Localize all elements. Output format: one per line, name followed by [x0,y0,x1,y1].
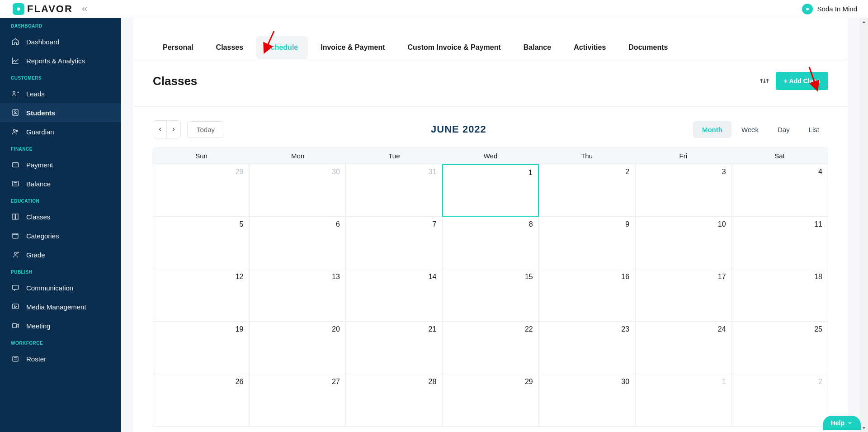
roster-icon [11,354,20,363]
content-card: PersonalClassesScheduleInvoice & Payment… [133,18,848,432]
sidebar-item-students[interactable]: Students [0,103,121,122]
sidebar-section-workforce: WORKFORCE [0,335,121,349]
meet-icon [11,321,20,330]
tab-invoice-payment[interactable]: Invoice & Payment [311,36,395,59]
calendar-cell[interactable]: 13 [249,269,345,322]
tab-schedule[interactable]: Schedule [256,36,308,59]
calendar-cell[interactable]: 20 [249,322,345,374]
calendar-cell[interactable]: 15 [442,269,538,322]
calendar-cell[interactable]: 18 [732,269,828,322]
toolbar-left: Today [153,120,224,138]
tab-custom-invoice-payment[interactable]: Custom Invoice & Payment [398,36,511,59]
sidebar-item-label: Dashboard [26,38,59,46]
sidebar-item-label: Media Management [26,303,86,311]
brand-logo[interactable]: FLAVOR [13,3,73,15]
calendar-cell[interactable]: 17 [635,269,731,322]
calendar-cell[interactable]: 2 [539,164,635,217]
calendar-cell[interactable]: 30 [249,164,345,217]
calendar-cell[interactable]: 29 [442,374,538,427]
calendar-cell[interactable]: 21 [346,322,442,374]
sidebar-item-guardian[interactable]: Guardian [0,122,121,141]
media-icon [11,302,20,311]
calendar-cell[interactable]: 10 [635,217,731,269]
svg-rect-18 [12,285,19,290]
next-button[interactable] [167,121,180,138]
svg-marker-36 [863,21,866,23]
today-button[interactable]: Today [187,121,224,138]
scroll-up-icon[interactable] [860,18,868,26]
help-button[interactable]: Help [823,416,861,430]
prev-button[interactable] [153,121,167,138]
calendar-cell[interactable]: 4 [732,164,828,217]
student-icon [11,108,20,117]
sidebar-item-leads[interactable]: Leads [0,84,121,103]
calendar-cell[interactable]: 19 [153,322,249,374]
sidebar-item-meeting[interactable]: Meeting [0,316,121,335]
tab-classes[interactable]: Classes [206,36,254,59]
sidebar-item-classes[interactable]: Classes [0,207,121,226]
add-class-button[interactable]: + Add Class [776,72,828,90]
sidebar-item-payment[interactable]: Payment [0,155,121,174]
calendar-cell[interactable]: 3 [635,164,731,217]
tab-activities[interactable]: Activities [564,36,616,59]
sidebar-item-dashboard[interactable]: Dashboard [0,32,121,51]
sidebar-item-media-management[interactable]: Media Management [0,297,121,316]
scroll-down-icon[interactable] [860,424,868,432]
view-month[interactable]: Month [693,121,731,138]
calendar-cell[interactable]: 5 [153,217,249,269]
calendar-cell[interactable]: 30 [539,374,635,427]
day-header-wed: Wed [442,148,538,164]
sidebar-item-communication[interactable]: Communication [0,278,121,297]
sidebar-section-education: EDUCATION [0,193,121,207]
calendar-cell[interactable]: 11 [732,217,828,269]
calendar-cell[interactable]: 14 [346,269,442,322]
calendar-cell[interactable]: 29 [153,164,249,217]
tab-personal[interactable]: Personal [153,36,203,59]
main-content: PersonalClassesScheduleInvoice & Payment… [121,18,860,432]
calendar-cell[interactable]: 2 [732,374,828,427]
tab-balance[interactable]: Balance [514,36,561,59]
calendar-cell[interactable]: 1 [442,164,538,217]
calendar-cell[interactable]: 7 [346,217,442,269]
svg-point-0 [17,7,20,10]
view-list[interactable]: List [800,121,828,138]
svg-rect-11 [12,181,19,186]
filter-icon[interactable] [760,76,769,86]
sidebar-item-balance[interactable]: Balance [0,174,121,193]
sidebar-section-customers: CUSTOMERS [0,70,121,84]
top-bar: FLAVOR Soda In Mind [0,0,868,18]
calendar-cell[interactable]: 12 [153,269,249,322]
card-icon [11,160,20,169]
guardian-icon [11,127,20,136]
sidebar-item-reports-analytics[interactable]: Reports & Analytics [0,51,121,70]
calendar-cell[interactable]: 22 [442,322,538,374]
svg-rect-14 [13,233,18,238]
sidebar-item-categories[interactable]: Categories [0,226,121,245]
svg-point-7 [14,129,16,132]
user-area[interactable]: Soda In Mind [802,4,857,14]
svg-marker-20 [15,306,17,308]
calendar-cell[interactable]: 6 [249,217,345,269]
sidebar-item-grade[interactable]: Grade [0,245,121,264]
calendar-cell[interactable]: 28 [346,374,442,427]
calendar-cell[interactable]: 8 [442,217,538,269]
sidebar-item-roster[interactable]: Roster [0,349,121,368]
calendar-cell[interactable]: 24 [635,322,731,374]
calendar-cell[interactable]: 16 [539,269,635,322]
grade-icon [11,250,20,259]
calendar-cell[interactable]: 26 [153,374,249,427]
calendar-cell[interactable]: 27 [249,374,345,427]
scrollbar[interactable] [860,18,868,432]
calendar-cell[interactable]: 25 [732,322,828,374]
view-day[interactable]: Day [769,121,799,138]
cal-icon [11,231,20,240]
view-week[interactable]: Week [732,121,768,138]
calendar-cell[interactable]: 9 [539,217,635,269]
sidebar-item-label: Students [26,109,55,117]
calendar-cell[interactable]: 23 [539,322,635,374]
calendar-cell[interactable]: 1 [635,374,731,427]
tab-documents[interactable]: Documents [618,36,678,59]
user-name: Soda In Mind [817,5,857,13]
collapse-sidebar-button[interactable] [78,3,91,15]
calendar-cell[interactable]: 31 [346,164,442,217]
